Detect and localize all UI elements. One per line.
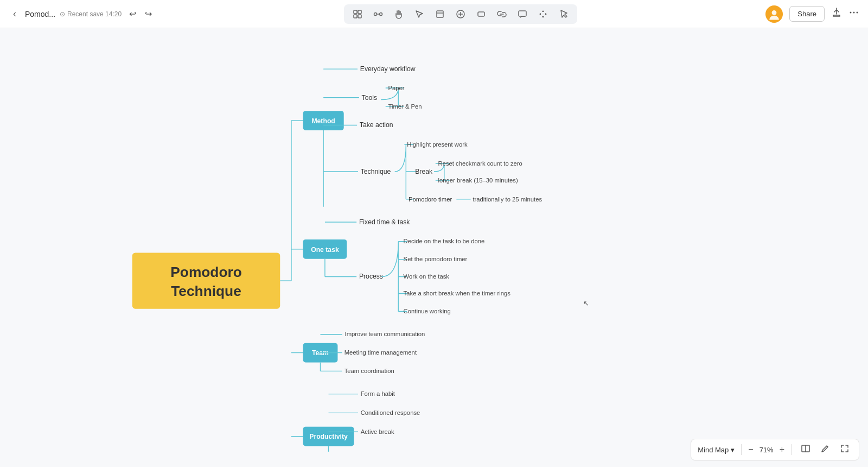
svg-point-17 bbox=[853, 12, 855, 14]
undo-button[interactable]: ↩ bbox=[126, 7, 139, 21]
zoom-controls: − 71% + bbox=[748, 445, 784, 455]
hand-tool-button[interactable] bbox=[390, 7, 408, 22]
check-icon: ⊙ bbox=[60, 10, 65, 18]
root-label-line1: Pomodoro bbox=[170, 264, 241, 280]
improve-team-label: Improve team communication bbox=[345, 331, 425, 337]
continue-working-label: Continue working bbox=[404, 308, 451, 314]
process-label: Process bbox=[359, 273, 383, 280]
highlight-label: Highlight present work bbox=[407, 141, 468, 148]
svg-rect-12 bbox=[478, 12, 484, 16]
pointer-tool-button[interactable] bbox=[410, 7, 429, 22]
team-coord-label: Team coordination bbox=[344, 368, 394, 374]
pomodoro-timer-label: Pomodoro timer bbox=[409, 196, 452, 203]
one-task-label: One task bbox=[311, 246, 339, 254]
back-button[interactable]: ‹ bbox=[9, 6, 21, 22]
add-tool-button[interactable] bbox=[451, 7, 470, 22]
root-node bbox=[132, 253, 280, 308]
save-info: ⊙ Recent save 14:20 bbox=[60, 10, 122, 18]
conditioned-response-label: Conditioned response bbox=[361, 409, 420, 416]
svg-point-15 bbox=[772, 10, 777, 15]
svg-rect-2 bbox=[354, 15, 357, 18]
svg-point-5 bbox=[379, 12, 382, 15]
redo-button[interactable]: ↪ bbox=[142, 7, 155, 21]
cursor-tool-button[interactable] bbox=[554, 7, 573, 22]
chevron-down-icon: ▾ bbox=[731, 446, 735, 454]
share-button[interactable]: Share bbox=[789, 6, 825, 22]
svg-rect-7 bbox=[437, 11, 443, 17]
root-label-line2: Technique bbox=[171, 283, 241, 299]
document-title: Pomod... bbox=[25, 10, 55, 18]
comment-tool-button[interactable] bbox=[513, 7, 532, 22]
undo-redo-group: ↩ ↪ bbox=[126, 7, 155, 21]
mode-selector[interactable]: Mind Map ▾ bbox=[698, 446, 735, 454]
zoom-level-display: 71% bbox=[757, 446, 776, 454]
svg-rect-13 bbox=[519, 11, 526, 16]
link-tool-button[interactable] bbox=[493, 7, 511, 22]
top-bar: ‹ Pomod... ⊙ Recent save 14:20 ↩ ↪ bbox=[0, 0, 868, 28]
canvas[interactable]: .node-text { font-family: -apple-system,… bbox=[0, 28, 868, 467]
reset-checkmark-label: Reset checkmark count to zero bbox=[438, 160, 522, 167]
cursor-position: ↖ bbox=[583, 299, 589, 307]
svg-rect-0 bbox=[354, 10, 357, 14]
longer-break-label: longer break (15–30 minutes) bbox=[438, 177, 518, 184]
topbar-left: ‹ Pomod... ⊙ Recent save 14:20 ↩ ↪ bbox=[9, 6, 155, 22]
paper-label: Paper bbox=[388, 85, 404, 91]
more-button[interactable] bbox=[848, 7, 859, 21]
everyday-workflow-label: Everyday workflow bbox=[360, 65, 416, 73]
short-break-label: Take a short break when the timer rings bbox=[404, 290, 511, 296]
divider bbox=[741, 444, 742, 455]
traditionally-label: traditionally to 25 minutes bbox=[473, 196, 542, 203]
move-tool-button[interactable] bbox=[534, 7, 552, 22]
svg-rect-3 bbox=[358, 15, 361, 18]
form-habit-label: Form a habit bbox=[361, 390, 395, 397]
zoom-in-button[interactable]: + bbox=[780, 445, 784, 455]
svg-point-18 bbox=[857, 12, 858, 14]
split-view-button[interactable] bbox=[798, 443, 813, 457]
mindmap-svg: .node-text { font-family: -apple-system,… bbox=[0, 28, 868, 467]
mode-label-text: Mind Map bbox=[698, 446, 729, 454]
fullscreen-button[interactable] bbox=[837, 443, 852, 457]
topbar-right: Share bbox=[765, 5, 859, 23]
meeting-time-label: Meeting time management bbox=[344, 349, 417, 356]
export-button[interactable] bbox=[831, 7, 842, 21]
avatar bbox=[765, 5, 783, 23]
svg-point-4 bbox=[374, 12, 376, 15]
connect-tool-button[interactable] bbox=[369, 7, 387, 22]
shape-tool-button[interactable] bbox=[472, 7, 490, 22]
divider2 bbox=[791, 444, 792, 455]
work-task-label: Work on the task bbox=[404, 273, 450, 280]
timer-pen-label: Timer & Pen bbox=[388, 103, 422, 110]
pen-button[interactable] bbox=[818, 443, 833, 457]
decide-task-label: Decide on the task to be done bbox=[404, 238, 485, 244]
take-action-label: Take action bbox=[360, 121, 393, 129]
fixed-time-label: Fixed time & task bbox=[359, 218, 410, 226]
frame-tool-button[interactable] bbox=[431, 7, 449, 22]
zoom-out-button[interactable]: − bbox=[748, 445, 753, 455]
select-tool-button[interactable] bbox=[348, 7, 367, 22]
method-label: Method bbox=[311, 117, 335, 125]
svg-rect-1 bbox=[358, 10, 361, 14]
tools-label: Tools bbox=[362, 94, 378, 102]
bottom-bar: Mind Map ▾ − 71% + bbox=[691, 439, 859, 460]
svg-point-16 bbox=[850, 12, 852, 14]
break-label: Break bbox=[415, 168, 433, 175]
set-timer-label: Set the pomodoro timer bbox=[404, 256, 468, 262]
technique-label: Technique bbox=[361, 168, 391, 175]
toolbar bbox=[344, 4, 577, 24]
productivity-label: Productivity bbox=[309, 433, 348, 440]
active-break-label: Active break bbox=[361, 428, 394, 435]
